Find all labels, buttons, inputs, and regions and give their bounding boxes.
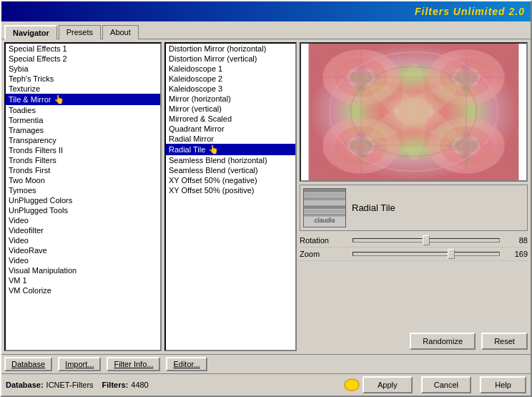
list-item-selected[interactable]: Radial Tile 👆 bbox=[166, 144, 295, 155]
filters-label: Filters: bbox=[102, 381, 129, 389]
cancel-button[interactable]: Cancel bbox=[421, 376, 471, 393]
zoom-thumb[interactable] bbox=[448, 249, 455, 259]
list-item[interactable]: Tormentia bbox=[6, 115, 160, 125]
tab-bar: Navigator Presets About bbox=[1, 21, 531, 39]
list-item[interactable]: XY Offset 50% (positive) bbox=[166, 185, 295, 195]
list-item[interactable]: Videofilter bbox=[6, 225, 160, 235]
zoom-label: Zoom bbox=[300, 250, 350, 258]
preview-image bbox=[301, 44, 526, 180]
pointer-icon: 👆 bbox=[208, 144, 219, 155]
zoom-value: 169 bbox=[503, 250, 528, 258]
database-label: Database: bbox=[6, 381, 44, 389]
randomize-button[interactable]: Randomize bbox=[410, 333, 476, 350]
list-item[interactable]: UnPlugged Colors bbox=[6, 195, 160, 205]
list-item[interactable]: Mirrored & Scaled bbox=[166, 114, 295, 124]
list-item[interactable]: Tronds Filters bbox=[6, 155, 160, 165]
tab-about[interactable]: About bbox=[102, 25, 139, 39]
title-text: Filters Unlimited 2.0 bbox=[415, 6, 525, 17]
list-item[interactable]: Video bbox=[6, 215, 160, 225]
list-item[interactable]: Distortion Mirror (horizontal) bbox=[166, 44, 295, 54]
filter-list[interactable]: Distortion Mirror (horizontal) Distortio… bbox=[164, 42, 297, 351]
list-item[interactable]: Toadies bbox=[6, 105, 160, 115]
filter-info-button[interactable]: Filter Info... bbox=[107, 357, 160, 371]
filters-value: 4480 bbox=[131, 381, 148, 389]
list-item[interactable]: Tymoes bbox=[6, 185, 160, 195]
list-item[interactable]: Special Effects 1 bbox=[6, 44, 160, 54]
thumbnail-label: claudia bbox=[315, 217, 335, 224]
list-item[interactable]: Kaleidoscope 2 bbox=[166, 74, 295, 84]
title-bar: Filters Unlimited 2.0 bbox=[1, 1, 531, 21]
apply-button[interactable]: Apply bbox=[363, 376, 413, 393]
list-item[interactable]: Transparency bbox=[6, 135, 160, 145]
list-item[interactable]: Tramages bbox=[6, 125, 160, 135]
list-item[interactable]: XY Offset 50% (negative) bbox=[166, 175, 295, 185]
preview-area bbox=[300, 42, 528, 182]
tab-presets[interactable]: Presets bbox=[59, 25, 101, 39]
filters-status: Filters: 4480 bbox=[102, 381, 149, 389]
rotation-label: Rotation bbox=[300, 236, 350, 245]
svg-rect-25 bbox=[304, 189, 345, 192]
list-item[interactable]: VM Colorize bbox=[6, 285, 160, 295]
reset-button[interactable]: Reset bbox=[481, 333, 528, 350]
rotation-track bbox=[353, 238, 500, 242]
list-item[interactable]: Quadrant Mirror bbox=[166, 124, 295, 134]
import-button[interactable]: Import... bbox=[58, 357, 101, 371]
rotation-slider-row: Rotation 88 bbox=[300, 234, 528, 247]
main-window: Filters Unlimited 2.0 Navigator Presets … bbox=[0, 0, 532, 397]
list-item[interactable]: Mirror (vertical) bbox=[166, 104, 295, 114]
list-item[interactable]: Video bbox=[6, 235, 160, 245]
list-item[interactable]: Kaleidoscope 1 bbox=[166, 64, 295, 74]
rotation-thumb[interactable] bbox=[423, 235, 430, 245]
help-button[interactable]: Help bbox=[480, 376, 526, 393]
category-list[interactable]: Special Effects 1 Special Effects 2 Sybi… bbox=[4, 42, 162, 351]
pointer-icon: 👆 bbox=[54, 94, 64, 104]
filter-info-row: claudia Radial Tile bbox=[300, 185, 528, 231]
svg-rect-30 bbox=[304, 210, 345, 213]
list-item[interactable]: Texturize bbox=[6, 84, 160, 94]
database-button[interactable]: Database bbox=[4, 357, 52, 371]
list-item[interactable]: Distortion Mirror (vertical) bbox=[166, 54, 295, 64]
filter-thumbnail: claudia bbox=[303, 188, 346, 227]
list-item[interactable]: Tronds Filters II bbox=[6, 145, 160, 155]
middle-panel: Distortion Mirror (horizontal) Distortio… bbox=[164, 42, 297, 351]
list-item[interactable]: VM 1 bbox=[6, 275, 160, 285]
svg-rect-29 bbox=[304, 205, 345, 209]
randomize-reset-area: Randomize Reset bbox=[300, 331, 528, 351]
sliders-area: Rotation 88 Zoom 169 bbox=[300, 234, 528, 331]
list-item[interactable]: Radial Mirror bbox=[166, 134, 295, 144]
list-item[interactable]: Teph's Tricks bbox=[6, 74, 160, 84]
left-panel: Special Effects 1 Special Effects 2 Sybi… bbox=[4, 42, 162, 351]
list-item[interactable]: Seamless Blend (horizontal) bbox=[166, 155, 295, 165]
list-item[interactable]: Mirror (horizontal) bbox=[166, 94, 295, 104]
list-item[interactable]: VideoRave bbox=[6, 245, 160, 255]
list-item[interactable]: Two Moon bbox=[6, 175, 160, 185]
list-item[interactable]: Seamless Blend (vertical) bbox=[166, 165, 295, 175]
list-item-selected[interactable]: Tile & Mirror 👆 bbox=[6, 94, 160, 105]
svg-rect-27 bbox=[304, 197, 345, 201]
zoom-slider-row: Zoom 169 bbox=[300, 247, 528, 261]
main-content: Special Effects 1 Special Effects 2 Sybi… bbox=[1, 39, 531, 354]
list-item[interactable]: Sybia bbox=[6, 64, 160, 74]
list-item[interactable]: Visual Manipulation bbox=[6, 265, 160, 275]
rotation-value: 88 bbox=[503, 236, 528, 245]
database-value: ICNET-Filters bbox=[46, 381, 94, 389]
list-item[interactable]: Kaleidoscope 3 bbox=[166, 84, 295, 94]
list-item[interactable]: Tronds First bbox=[6, 165, 160, 175]
right-panel: claudia Radial Tile Rotation 88 Zoom bbox=[300, 42, 528, 351]
list-item[interactable]: UnPlugged Tools bbox=[6, 205, 160, 215]
svg-rect-26 bbox=[304, 193, 345, 197]
zoom-track bbox=[353, 252, 500, 256]
editor-button[interactable]: Editor... bbox=[166, 357, 207, 371]
list-item[interactable]: Video bbox=[6, 255, 160, 265]
tab-navigator[interactable]: Navigator bbox=[4, 25, 57, 39]
bottom-toolbar: Database Import... Filter Info... Editor… bbox=[1, 354, 531, 373]
svg-rect-31 bbox=[304, 214, 345, 217]
apply-area: Apply bbox=[344, 376, 413, 393]
svg-rect-28 bbox=[304, 201, 345, 205]
list-item[interactable]: Special Effects 2 bbox=[6, 54, 160, 64]
filter-name-label: Radial Tile bbox=[352, 202, 395, 213]
apply-icon bbox=[344, 378, 360, 391]
database-status: Database: ICNET-Filters bbox=[6, 381, 94, 389]
